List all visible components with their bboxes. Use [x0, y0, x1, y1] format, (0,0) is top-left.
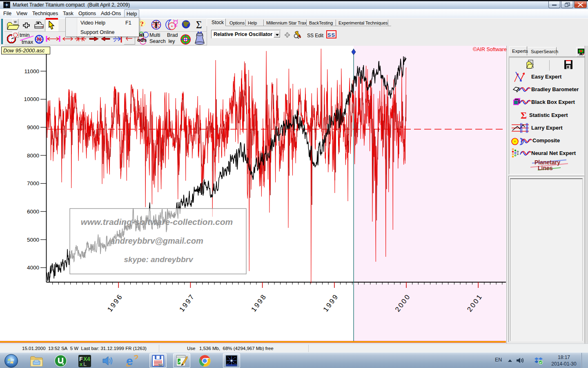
- svg-text:6000: 6000: [27, 209, 39, 215]
- svg-text:Σ: Σ: [521, 110, 527, 121]
- svg-text:64:: 64:: [159, 364, 163, 366]
- svg-text:5000: 5000: [27, 237, 39, 243]
- svg-text:andreybbrv@gmail.com: andreybbrv@gmail.com: [110, 236, 203, 245]
- svg-text:skype: andreybbrv: skype: andreybbrv: [124, 255, 194, 264]
- svg-text:11000: 11000: [24, 68, 39, 74]
- svg-text:10000: 10000: [24, 96, 39, 102]
- svg-text:↗: ↗: [178, 360, 181, 364]
- svg-text:L: L: [83, 361, 87, 367]
- svg-text:ods: ods: [137, 37, 147, 43]
- svg-text:Lines: Lines: [538, 165, 553, 171]
- svg-text:x: x: [80, 361, 83, 367]
- svg-text:?: ?: [140, 20, 144, 28]
- svg-text:www.trading-software-collectio: www.trading-software-collection.com: [81, 217, 233, 227]
- svg-text:7000: 7000: [27, 180, 39, 186]
- svg-text:4: 4: [87, 356, 90, 362]
- svg-text:8000: 8000: [27, 153, 39, 159]
- svg-text:©AIR Software: ©AIR Software: [473, 47, 506, 52]
- svg-text:4000: 4000: [27, 265, 39, 271]
- svg-text:T: T: [154, 20, 159, 29]
- svg-text:9000: 9000: [27, 124, 39, 130]
